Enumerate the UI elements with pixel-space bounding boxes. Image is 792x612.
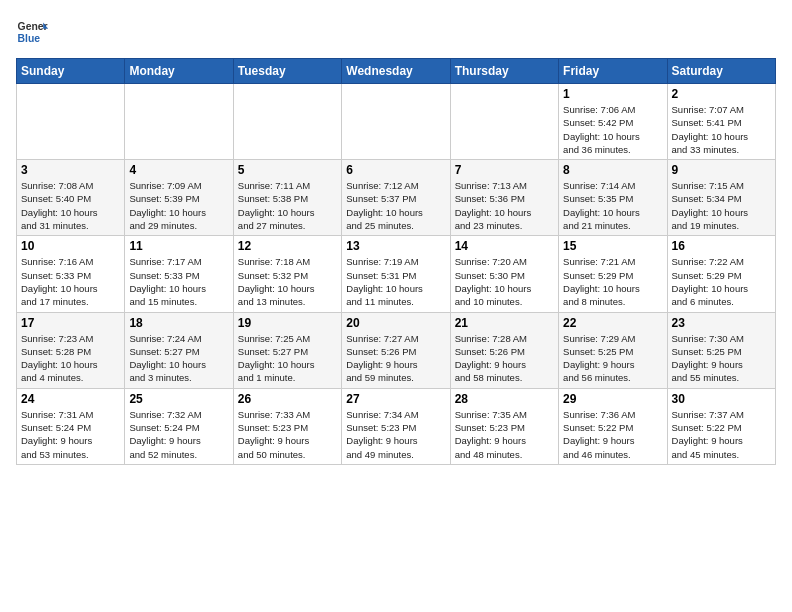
day-info: Sunrise: 7:11 AM Sunset: 5:38 PM Dayligh… [238, 179, 337, 232]
day-info: Sunrise: 7:32 AM Sunset: 5:24 PM Dayligh… [129, 408, 228, 461]
calendar-cell [450, 84, 558, 160]
weekday-header-sunday: Sunday [17, 59, 125, 84]
day-info: Sunrise: 7:30 AM Sunset: 5:25 PM Dayligh… [672, 332, 771, 385]
calendar-week-1: 1Sunrise: 7:06 AM Sunset: 5:42 PM Daylig… [17, 84, 776, 160]
day-info: Sunrise: 7:14 AM Sunset: 5:35 PM Dayligh… [563, 179, 662, 232]
day-info: Sunrise: 7:37 AM Sunset: 5:22 PM Dayligh… [672, 408, 771, 461]
calendar-cell: 6Sunrise: 7:12 AM Sunset: 5:37 PM Daylig… [342, 160, 450, 236]
calendar-cell: 9Sunrise: 7:15 AM Sunset: 5:34 PM Daylig… [667, 160, 775, 236]
calendar-cell: 2Sunrise: 7:07 AM Sunset: 5:41 PM Daylig… [667, 84, 775, 160]
day-number: 25 [129, 392, 228, 406]
calendar-cell: 11Sunrise: 7:17 AM Sunset: 5:33 PM Dayli… [125, 236, 233, 312]
day-info: Sunrise: 7:17 AM Sunset: 5:33 PM Dayligh… [129, 255, 228, 308]
weekday-header-thursday: Thursday [450, 59, 558, 84]
day-number: 1 [563, 87, 662, 101]
calendar-week-5: 24Sunrise: 7:31 AM Sunset: 5:24 PM Dayli… [17, 388, 776, 464]
svg-text:Blue: Blue [18, 33, 41, 44]
day-number: 29 [563, 392, 662, 406]
day-number: 14 [455, 239, 554, 253]
day-info: Sunrise: 7:18 AM Sunset: 5:32 PM Dayligh… [238, 255, 337, 308]
day-number: 23 [672, 316, 771, 330]
day-info: Sunrise: 7:31 AM Sunset: 5:24 PM Dayligh… [21, 408, 120, 461]
calendar-cell: 13Sunrise: 7:19 AM Sunset: 5:31 PM Dayli… [342, 236, 450, 312]
calendar-cell: 23Sunrise: 7:30 AM Sunset: 5:25 PM Dayli… [667, 312, 775, 388]
day-number: 7 [455, 163, 554, 177]
calendar-cell: 19Sunrise: 7:25 AM Sunset: 5:27 PM Dayli… [233, 312, 341, 388]
calendar-cell: 24Sunrise: 7:31 AM Sunset: 5:24 PM Dayli… [17, 388, 125, 464]
calendar-cell [342, 84, 450, 160]
calendar-cell: 27Sunrise: 7:34 AM Sunset: 5:23 PM Dayli… [342, 388, 450, 464]
day-number: 13 [346, 239, 445, 253]
day-number: 15 [563, 239, 662, 253]
calendar-cell: 16Sunrise: 7:22 AM Sunset: 5:29 PM Dayli… [667, 236, 775, 312]
day-info: Sunrise: 7:09 AM Sunset: 5:39 PM Dayligh… [129, 179, 228, 232]
weekday-header-monday: Monday [125, 59, 233, 84]
weekday-header-wednesday: Wednesday [342, 59, 450, 84]
calendar-week-2: 3Sunrise: 7:08 AM Sunset: 5:40 PM Daylig… [17, 160, 776, 236]
day-info: Sunrise: 7:35 AM Sunset: 5:23 PM Dayligh… [455, 408, 554, 461]
day-info: Sunrise: 7:28 AM Sunset: 5:26 PM Dayligh… [455, 332, 554, 385]
day-info: Sunrise: 7:15 AM Sunset: 5:34 PM Dayligh… [672, 179, 771, 232]
calendar-cell: 25Sunrise: 7:32 AM Sunset: 5:24 PM Dayli… [125, 388, 233, 464]
day-number: 11 [129, 239, 228, 253]
day-number: 28 [455, 392, 554, 406]
day-info: Sunrise: 7:24 AM Sunset: 5:27 PM Dayligh… [129, 332, 228, 385]
calendar-cell: 5Sunrise: 7:11 AM Sunset: 5:38 PM Daylig… [233, 160, 341, 236]
calendar-cell: 18Sunrise: 7:24 AM Sunset: 5:27 PM Dayli… [125, 312, 233, 388]
day-info: Sunrise: 7:36 AM Sunset: 5:22 PM Dayligh… [563, 408, 662, 461]
day-info: Sunrise: 7:08 AM Sunset: 5:40 PM Dayligh… [21, 179, 120, 232]
weekday-header-saturday: Saturday [667, 59, 775, 84]
calendar-table: SundayMondayTuesdayWednesdayThursdayFrid… [16, 58, 776, 465]
calendar-cell: 30Sunrise: 7:37 AM Sunset: 5:22 PM Dayli… [667, 388, 775, 464]
day-number: 19 [238, 316, 337, 330]
day-info: Sunrise: 7:12 AM Sunset: 5:37 PM Dayligh… [346, 179, 445, 232]
day-number: 20 [346, 316, 445, 330]
day-info: Sunrise: 7:16 AM Sunset: 5:33 PM Dayligh… [21, 255, 120, 308]
calendar-week-3: 10Sunrise: 7:16 AM Sunset: 5:33 PM Dayli… [17, 236, 776, 312]
calendar-cell: 10Sunrise: 7:16 AM Sunset: 5:33 PM Dayli… [17, 236, 125, 312]
calendar-cell: 28Sunrise: 7:35 AM Sunset: 5:23 PM Dayli… [450, 388, 558, 464]
day-number: 22 [563, 316, 662, 330]
day-number: 9 [672, 163, 771, 177]
day-info: Sunrise: 7:27 AM Sunset: 5:26 PM Dayligh… [346, 332, 445, 385]
calendar-cell: 4Sunrise: 7:09 AM Sunset: 5:39 PM Daylig… [125, 160, 233, 236]
calendar-cell: 20Sunrise: 7:27 AM Sunset: 5:26 PM Dayli… [342, 312, 450, 388]
calendar-cell: 26Sunrise: 7:33 AM Sunset: 5:23 PM Dayli… [233, 388, 341, 464]
day-number: 5 [238, 163, 337, 177]
day-info: Sunrise: 7:20 AM Sunset: 5:30 PM Dayligh… [455, 255, 554, 308]
day-number: 26 [238, 392, 337, 406]
day-number: 4 [129, 163, 228, 177]
calendar-cell: 8Sunrise: 7:14 AM Sunset: 5:35 PM Daylig… [559, 160, 667, 236]
calendar-cell: 3Sunrise: 7:08 AM Sunset: 5:40 PM Daylig… [17, 160, 125, 236]
logo: General Blue [16, 16, 52, 48]
calendar-cell: 1Sunrise: 7:06 AM Sunset: 5:42 PM Daylig… [559, 84, 667, 160]
day-number: 3 [21, 163, 120, 177]
day-info: Sunrise: 7:23 AM Sunset: 5:28 PM Dayligh… [21, 332, 120, 385]
day-number: 18 [129, 316, 228, 330]
page: General Blue SundayMondayTuesdayWednesda… [0, 0, 792, 475]
day-info: Sunrise: 7:22 AM Sunset: 5:29 PM Dayligh… [672, 255, 771, 308]
day-info: Sunrise: 7:29 AM Sunset: 5:25 PM Dayligh… [563, 332, 662, 385]
day-info: Sunrise: 7:19 AM Sunset: 5:31 PM Dayligh… [346, 255, 445, 308]
calendar-cell: 12Sunrise: 7:18 AM Sunset: 5:32 PM Dayli… [233, 236, 341, 312]
calendar-cell [125, 84, 233, 160]
calendar-cell: 15Sunrise: 7:21 AM Sunset: 5:29 PM Dayli… [559, 236, 667, 312]
day-number: 12 [238, 239, 337, 253]
calendar-cell: 29Sunrise: 7:36 AM Sunset: 5:22 PM Dayli… [559, 388, 667, 464]
day-info: Sunrise: 7:13 AM Sunset: 5:36 PM Dayligh… [455, 179, 554, 232]
calendar-cell [17, 84, 125, 160]
day-number: 17 [21, 316, 120, 330]
calendar-cell: 21Sunrise: 7:28 AM Sunset: 5:26 PM Dayli… [450, 312, 558, 388]
day-number: 16 [672, 239, 771, 253]
weekday-header-friday: Friday [559, 59, 667, 84]
calendar-cell: 22Sunrise: 7:29 AM Sunset: 5:25 PM Dayli… [559, 312, 667, 388]
calendar-cell [233, 84, 341, 160]
calendar-cell: 7Sunrise: 7:13 AM Sunset: 5:36 PM Daylig… [450, 160, 558, 236]
day-info: Sunrise: 7:07 AM Sunset: 5:41 PM Dayligh… [672, 103, 771, 156]
header: General Blue [16, 16, 776, 48]
day-number: 2 [672, 87, 771, 101]
day-number: 27 [346, 392, 445, 406]
day-number: 8 [563, 163, 662, 177]
day-number: 30 [672, 392, 771, 406]
day-info: Sunrise: 7:21 AM Sunset: 5:29 PM Dayligh… [563, 255, 662, 308]
